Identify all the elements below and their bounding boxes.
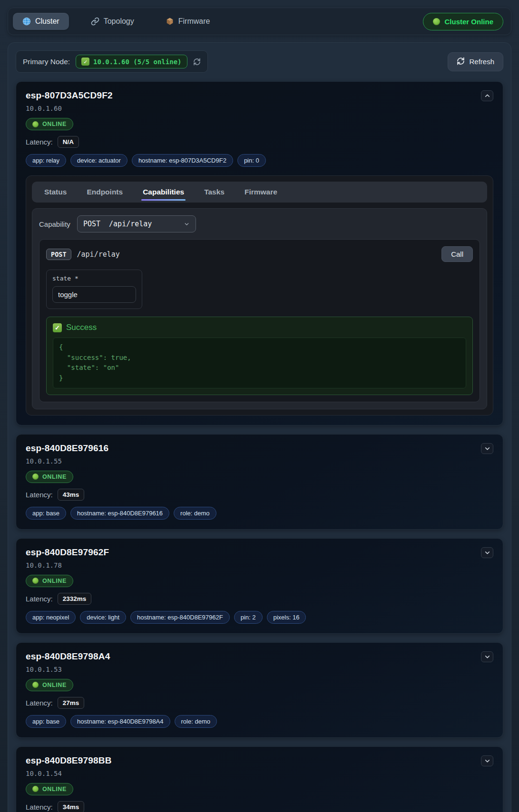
latency-value: 27ms	[58, 697, 85, 709]
expand-button[interactable]	[481, 443, 493, 454]
online-dot-icon	[32, 578, 39, 584]
chevron-down-icon	[184, 221, 190, 227]
result-title: Success	[66, 323, 97, 332]
node-title: esp-840D8E9798A4	[26, 651, 217, 662]
collapse-button[interactable]	[481, 90, 493, 101]
latency-row: Latency: N/A	[26, 136, 266, 148]
node-ip: 10.0.1.54	[26, 770, 217, 777]
node-tag: hostname: esp-840D8E9798A4	[70, 715, 170, 728]
method-badge: POST	[46, 249, 71, 260]
result-panel: ✓ Success { "success": true, "state": "o…	[46, 317, 473, 395]
globe-icon	[22, 17, 31, 26]
online-dot-icon	[32, 786, 39, 792]
tag-list: app: neopixeldevice: lighthostname: esp-…	[26, 611, 306, 624]
node-tag: pin: 2	[234, 611, 263, 624]
capability-select[interactable]: POST /api/relay	[77, 215, 196, 232]
node-detail-panel: Status Endpoints Capabilities Tasks Firm…	[26, 175, 493, 416]
latency-value: 43ms	[58, 489, 85, 501]
latency-value: N/A	[58, 136, 79, 148]
tab-firmware[interactable]: Firmware	[156, 13, 220, 30]
tab-capabilities[interactable]: Capabilities	[143, 188, 184, 196]
tab-cluster[interactable]: Cluster	[13, 13, 69, 30]
node-tag: hostname: esp-840D8E979616	[70, 507, 169, 520]
capability-row: Capability POST /api/relay	[39, 215, 480, 232]
node-title: esp-840D8E9798BB	[26, 755, 217, 766]
status-badge-label: ONLINE	[42, 786, 67, 793]
node-summary: esp-840D8E9798BB 10.0.1.54 ONLINE Latenc…	[26, 755, 217, 812]
node-title: esp-807D3A5CD9F2	[26, 90, 266, 101]
tab-endpoints[interactable]: Endpoints	[87, 188, 123, 196]
node-tag: hostname: esp-840D8E97962F	[130, 611, 230, 624]
latency-label: Latency:	[26, 491, 53, 499]
expand-button[interactable]	[481, 651, 493, 662]
capability-select-value: POST /api/relay	[83, 220, 152, 228]
top-nav: Cluster Topology Firmware Cluster Online	[8, 8, 511, 35]
latency-row: Latency: 2332ms	[26, 593, 306, 605]
node-list: esp-840D8E979616 10.0.1.55 ONLINE Latenc…	[14, 434, 505, 812]
capability-label: Capability	[39, 220, 70, 228]
capabilities-tab-content: Capability POST /api/relay POST /api/rel…	[32, 208, 487, 409]
node-title: esp-840D8E97962F	[26, 547, 306, 558]
node-tag: app: neopixel	[26, 611, 76, 624]
status-badge: ONLINE	[26, 471, 73, 483]
tab-status[interactable]: Status	[44, 188, 67, 196]
node-tag: role: demo	[175, 715, 217, 728]
primary-node-box: Primary Node: ✓ 10.0.1.60 (5/5 online)	[16, 50, 208, 73]
node-tag: hostname: esp-807D3A5CD9F2	[132, 154, 233, 167]
link-icon	[91, 17, 99, 26]
status-badge: ONLINE	[26, 679, 73, 691]
node-tag: app: base	[26, 715, 66, 728]
node-summary: esp-840D8E97962F 10.0.1.78 ONLINE Latenc…	[26, 547, 306, 624]
primary-node-value: 10.0.1.60 (5/5 online)	[93, 58, 181, 66]
latency-row: Latency: 27ms	[26, 697, 217, 709]
cluster-status-badge: Cluster Online	[423, 13, 503, 30]
detail-tab-bar: Status Endpoints Capabilities Tasks Firm…	[32, 182, 487, 203]
tab-tasks[interactable]: Tasks	[204, 188, 225, 196]
tag-list: app: basehostname: esp-840D8E979616role:…	[26, 507, 216, 520]
result-json: { "success": true, "state": "on" }	[53, 338, 466, 388]
status-badge-label: ONLINE	[42, 121, 67, 127]
online-dot-icon	[32, 474, 39, 480]
primary-row: Primary Node: ✓ 10.0.1.60 (5/5 online) R…	[14, 50, 505, 73]
node-title: esp-840D8E979616	[26, 443, 216, 454]
node-tag: role: demo	[174, 507, 216, 520]
package-icon	[166, 17, 174, 26]
endpoint-path: /api/relay	[77, 250, 120, 259]
status-badge: ONLINE	[26, 575, 73, 587]
node-ip: 10.0.1.53	[26, 666, 217, 673]
latency-label: Latency:	[26, 803, 53, 811]
green-dot-icon	[433, 18, 440, 25]
latency-row: Latency: 34ms	[26, 801, 217, 812]
expand-button[interactable]	[481, 755, 493, 766]
endpoint-header: POST /api/relay Call	[46, 246, 473, 262]
node-card: esp-840D8E9798BB 10.0.1.54 ONLINE Latenc…	[16, 746, 503, 812]
status-badge: ONLINE	[26, 783, 73, 795]
mini-refresh-icon[interactable]	[193, 58, 201, 66]
expand-button[interactable]	[481, 547, 493, 558]
node-ip: 10.0.1.78	[26, 561, 306, 569]
param-input[interactable]	[52, 286, 136, 303]
latency-label: Latency:	[26, 699, 53, 707]
tag-list: app: relay device: actuator hostname: es…	[26, 154, 266, 167]
tab-topology[interactable]: Topology	[81, 13, 144, 30]
node-card: esp-840D8E979616 10.0.1.55 ONLINE Latenc…	[16, 434, 503, 530]
refresh-button[interactable]: Refresh	[448, 52, 503, 71]
status-badge: ONLINE	[26, 118, 73, 130]
endpoint-panel: POST /api/relay Call state * ✓ Success	[39, 239, 480, 402]
node-ip: 10.0.1.55	[26, 457, 216, 465]
status-badge-label: ONLINE	[42, 682, 67, 688]
node-tag: pixels: 16	[267, 611, 306, 624]
tag-list: app: basehostname: esp-840D8E9798A4role:…	[26, 715, 217, 728]
tab-firmware-label: Firmware	[178, 17, 210, 26]
tab-cluster-label: Cluster	[35, 17, 59, 26]
tab-firmware-detail[interactable]: Firmware	[245, 188, 277, 196]
node-summary: esp-840D8E979616 10.0.1.55 ONLINE Latenc…	[26, 443, 216, 520]
param-label: state *	[52, 275, 136, 282]
check-icon: ✓	[81, 58, 89, 66]
param-box: state *	[46, 270, 142, 309]
status-badge-label: ONLINE	[42, 474, 67, 480]
node-tag: device: actuator	[70, 154, 127, 167]
result-header: ✓ Success	[53, 323, 466, 332]
call-button[interactable]: Call	[441, 246, 473, 262]
latency-label: Latency:	[26, 138, 53, 146]
